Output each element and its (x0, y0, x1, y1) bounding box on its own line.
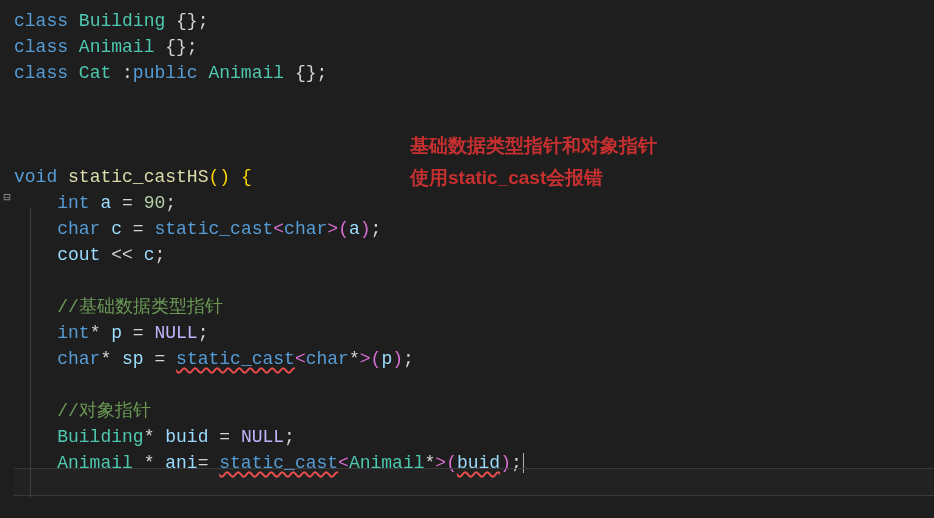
annotation-text-1: 基础数据类型指针和对象指针 (410, 131, 657, 161)
code-content[interactable]: class Building {}; class Animail {}; cla… (14, 8, 934, 476)
code-line: class Cat :public Animail {}; (14, 60, 934, 86)
indent-guide (30, 208, 31, 498)
code-line: class Building {}; (14, 8, 934, 34)
code-line-empty (14, 268, 934, 294)
fold-collapse-icon[interactable]: ⊟ (0, 190, 14, 207)
code-line: char c = static_cast<char>(a); (14, 216, 934, 242)
code-line: //基础数据类型指针 (14, 294, 934, 320)
code-line: int a = 90; (14, 190, 934, 216)
code-line-empty (14, 372, 934, 398)
code-line: int* p = NULL; (14, 320, 934, 346)
code-line: //对象指针 (14, 398, 934, 424)
code-line-empty (14, 86, 934, 112)
gutter: ⊟ (0, 8, 14, 484)
code-editor[interactable]: ⊟ 基础数据类型指针和对象指针 使用static_cast会报错 class B… (0, 0, 934, 476)
code-line: char* sp = static_cast<char*>(p); (14, 346, 934, 372)
active-line-highlight (14, 468, 934, 496)
code-line: cout << c; (14, 242, 934, 268)
code-line: class Animail {}; (14, 34, 934, 60)
code-line: Building* buid = NULL; (14, 424, 934, 450)
annotation-text-2: 使用static_cast会报错 (410, 163, 603, 193)
